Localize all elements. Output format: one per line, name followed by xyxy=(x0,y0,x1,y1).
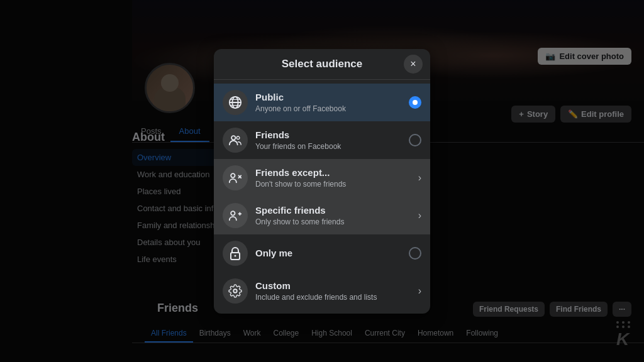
audience-option-public[interactable]: Public Anyone on or off Facebook xyxy=(214,84,430,121)
svg-point-7 xyxy=(231,173,235,177)
svg-point-14 xyxy=(235,255,236,256)
friends-option-name: Friends xyxy=(255,129,409,141)
select-audience-modal: Select audience × Publi xyxy=(214,49,430,314)
custom-chevron: › xyxy=(418,285,421,297)
friends-except-desc: Don't show to some friends xyxy=(255,180,418,189)
friends-icon xyxy=(223,128,248,153)
svg-point-5 xyxy=(231,136,235,140)
public-radio xyxy=(409,96,421,109)
public-option-name: Public xyxy=(255,92,409,103)
custom-desc: Include and exclude friends and lists xyxy=(255,293,418,302)
audience-options-list: Public Anyone on or off Facebook Friend xyxy=(214,80,430,314)
audience-option-specific-friends[interactable]: Specific friends Only show to some frien… xyxy=(214,197,430,234)
only-me-option-text: Only me xyxy=(255,248,409,259)
close-icon: × xyxy=(410,58,416,70)
specific-friends-chevron: › xyxy=(418,210,421,221)
svg-point-6 xyxy=(236,136,240,140)
only-me-name: Only me xyxy=(255,248,409,259)
friends-option-desc: Your friends on Facebook xyxy=(255,142,409,151)
specific-friends-option-text: Specific friends Only show to some frien… xyxy=(255,205,418,226)
public-option-desc: Anyone on or off Facebook xyxy=(255,104,409,113)
svg-point-10 xyxy=(231,211,235,215)
friends-option-text: Friends Your friends on Facebook xyxy=(255,129,409,151)
modal-header: Select audience × xyxy=(214,49,430,80)
audience-option-friends[interactable]: Friends Your friends on Facebook xyxy=(214,121,430,159)
custom-settings-icon xyxy=(223,278,248,304)
modal-title: Select audience xyxy=(282,58,363,70)
public-option-text: Public Anyone on or off Facebook xyxy=(255,92,409,113)
modal-close-button[interactable]: × xyxy=(404,55,423,74)
friends-except-option-text: Friends except... Don't show to some fri… xyxy=(255,167,418,189)
globe-icon xyxy=(223,90,248,115)
custom-option-text: Custom Include and exclude friends and l… xyxy=(255,280,418,302)
friends-except-name: Friends except... xyxy=(255,167,418,178)
audience-option-custom[interactable]: Custom Include and exclude friends and l… xyxy=(214,272,430,310)
lock-icon xyxy=(223,241,248,266)
only-me-radio xyxy=(409,247,421,260)
specific-friends-name: Specific friends xyxy=(255,205,418,216)
friends-except-icon xyxy=(223,165,248,190)
specific-friends-desc: Only show to some friends xyxy=(255,217,418,226)
modal-overlay: Select audience × Publi xyxy=(0,0,644,362)
audience-option-only-me[interactable]: Only me xyxy=(214,234,430,272)
audience-option-friends-except[interactable]: Friends except... Don't show to some fri… xyxy=(214,159,430,197)
svg-point-15 xyxy=(233,289,237,293)
specific-friends-icon xyxy=(223,203,248,228)
friends-except-chevron: › xyxy=(418,172,421,184)
custom-name: Custom xyxy=(255,280,418,292)
friends-radio xyxy=(409,134,421,146)
